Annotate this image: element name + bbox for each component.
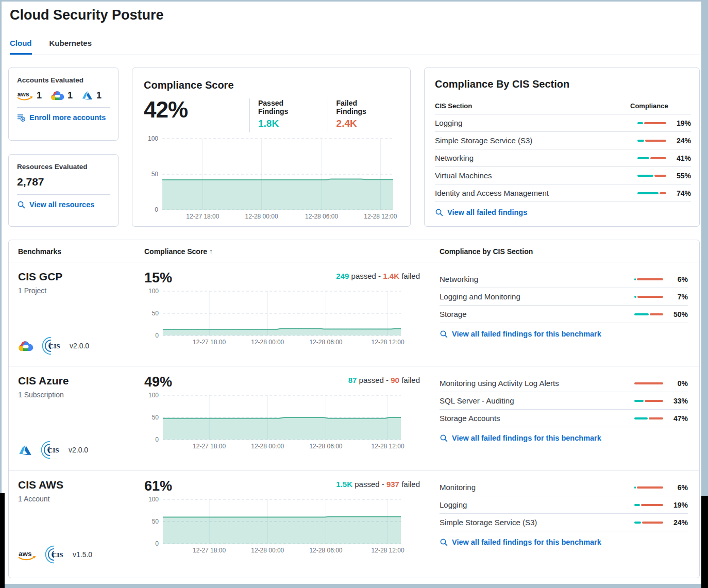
card-divider <box>17 107 110 108</box>
passed-failed-summary: 249 passed - 1.4K failed <box>336 271 420 280</box>
svg-text:50: 50 <box>152 414 159 421</box>
cis-logo <box>45 545 64 564</box>
compliance-trend-chart: 10050012-27 18:0012-28 00:0012-28 06:001… <box>144 135 402 222</box>
compliance-bar <box>634 417 663 419</box>
view-failed-findings-benchmark-link[interactable]: View all failed findings for this benchm… <box>440 434 601 442</box>
tab-cloud[interactable]: Cloud <box>10 39 32 55</box>
svg-text:50: 50 <box>152 310 159 317</box>
benchmarks-table: Benchmarks Compliance Score ↑ Compliance… <box>8 240 700 578</box>
accounts-evaluated-card: Accounts Evaluated 1 <box>8 68 119 141</box>
gcp-icon <box>50 90 64 101</box>
svg-text:12-27 18:00: 12-27 18:00 <box>186 213 219 220</box>
benchmark-version: v2.0.0 <box>69 446 88 454</box>
benchmark-section-row[interactable]: SQL Server - Auditing 33% <box>440 392 688 410</box>
failed-findings-value: 2.4K <box>336 118 380 129</box>
aws-icon <box>18 548 37 561</box>
compliance-bar <box>637 122 666 124</box>
benchmarks-table-header: Benchmarks Compliance Score ↑ Compliance… <box>9 240 699 262</box>
cis-logo <box>41 440 60 460</box>
compliance-bar <box>637 157 666 159</box>
window-border-left <box>0 0 2 493</box>
benchmark-scope: 1 Account <box>18 495 144 503</box>
svg-text:12-28 00:00: 12-28 00:00 <box>245 213 278 220</box>
gcp-account-count: 1 <box>50 90 73 101</box>
compliance-bar <box>634 296 663 298</box>
account-provider-counts: 1 <box>17 90 110 101</box>
svg-text:50: 50 <box>152 518 159 525</box>
svg-text:0: 0 <box>155 436 159 443</box>
benchmark-section-row[interactable]: Storage Accounts 47% <box>440 410 688 427</box>
enroll-more-accounts-link[interactable]: Enroll more accounts <box>17 113 106 122</box>
benchmark-section-row[interactable]: Storage 50% <box>440 306 688 323</box>
svg-text:100: 100 <box>148 496 159 503</box>
aws-icon <box>17 90 33 101</box>
benchmark-section-row[interactable]: Monitoring 6% <box>440 479 688 496</box>
benchmark-score: 61% <box>144 479 172 493</box>
compliance-by-cis-section-card: Compliance By CIS Section CIS Section Co… <box>424 68 700 227</box>
failed-findings-label: Failed Findings <box>336 99 380 115</box>
azure-account-count: 1 <box>81 90 102 101</box>
svg-text:12-27 18:00: 12-27 18:00 <box>193 443 226 450</box>
resources-evaluated-value: 2,787 <box>17 176 110 188</box>
cis-logo <box>42 336 61 356</box>
window-border-top <box>0 0 708 2</box>
view-all-failed-findings-link[interactable]: View all failed findings <box>435 208 527 216</box>
benchmark-section-row[interactable]: Simple Storage Service (S3) 24% <box>440 514 688 531</box>
scrollbar-track[interactable] <box>701 0 708 496</box>
tab-kubernetes[interactable]: Kubernetes <box>49 39 92 55</box>
benchmark-name: CIS GCP <box>18 271 144 283</box>
gcp-icon <box>18 340 33 352</box>
cis-section-column-header: Compliance by CIS Section <box>425 247 690 256</box>
azure-icon <box>81 90 93 100</box>
summary-section: Accounts Evaluated 1 <box>8 68 700 227</box>
benchmark-section-row[interactable]: Monitoring using Activity Log Alerts 0% <box>440 375 688 392</box>
compliance-score-summary: 42% Passed Findings 1.8K Failed Findings… <box>144 98 402 132</box>
resources-evaluated-card: Resources Evaluated 2,787 View all resou… <box>8 154 119 227</box>
svg-text:12-28 06:00: 12-28 06:00 <box>305 213 338 220</box>
benchmark-section-row[interactable]: Networking 6% <box>440 271 688 288</box>
compliance-bar <box>637 175 666 177</box>
cis-section-row[interactable]: Networking 41% <box>435 149 691 167</box>
benchmark-trend-chart: 10050012-27 18:0012-28 00:0012-28 06:001… <box>144 495 425 556</box>
app-window: Cloud Security Posture Cloud Kubernetes … <box>0 0 708 588</box>
cis-section-row[interactable]: Logging 19% <box>435 114 691 132</box>
svg-text:100: 100 <box>148 135 158 142</box>
view-all-resources-link[interactable]: View all resources <box>17 200 94 209</box>
benchmark-row-cis-azure: CIS Azure 1 Subscription v2.0.0 49% 87 p… <box>9 366 699 471</box>
search-icon <box>440 538 448 546</box>
svg-text:0: 0 <box>155 540 159 547</box>
svg-text:12-28 00:00: 12-28 00:00 <box>251 547 284 554</box>
benchmark-trend-chart: 10050012-27 18:0012-28 00:0012-28 06:001… <box>144 287 425 348</box>
svg-text:0: 0 <box>155 332 159 339</box>
view-failed-findings-benchmark-link[interactable]: View all failed findings for this benchm… <box>440 538 601 546</box>
window-border-bottom <box>0 584 708 588</box>
passed-findings-label: Passed Findings <box>258 99 306 115</box>
svg-text:12-28 12:00: 12-28 12:00 <box>364 213 397 220</box>
passed-findings-value: 1.8K <box>258 118 306 129</box>
cis-section-row[interactable]: Identity and Access Management 74% <box>435 184 691 202</box>
compliance-score-column-header[interactable]: Compliance Score ↑ <box>144 247 425 256</box>
compliance-score-card: Compliance Score 42% Passed Findings 1.8… <box>132 68 411 227</box>
azure-count-value: 1 <box>96 90 102 101</box>
compliance-score-title: Compliance Score <box>144 79 402 91</box>
compliance-bar <box>634 400 663 402</box>
svg-text:12-28 06:00: 12-28 06:00 <box>309 547 342 554</box>
benchmark-section-row[interactable]: Logging and Monitoring 7% <box>440 288 688 306</box>
benchmark-scope: 1 Subscription <box>18 391 144 399</box>
compliance-bar <box>634 382 663 384</box>
passed-failed-summary: 1.5K passed - 937 failed <box>336 479 420 489</box>
screen-background-left <box>0 493 5 588</box>
benchmark-section-row[interactable]: Logging 19% <box>440 496 688 514</box>
benchmark-name: CIS Azure <box>18 375 144 387</box>
view-failed-findings-benchmark-link[interactable]: View all failed findings for this benchm… <box>440 330 601 338</box>
cis-section-row[interactable]: Simple Storage Service (S3) 24% <box>435 132 691 149</box>
svg-text:0: 0 <box>155 206 158 213</box>
cis-section-card-title: Compliance By CIS Section <box>435 78 691 90</box>
compliance-bar <box>637 192 666 194</box>
benchmark-scope: 1 Project <box>18 287 144 295</box>
svg-text:12-27 18:00: 12-27 18:00 <box>193 547 226 554</box>
resources-evaluated-label: Resources Evaluated <box>17 163 110 171</box>
cis-section-row[interactable]: Virtual Machines 55% <box>435 167 691 184</box>
benchmark-row-cis-gcp: CIS GCP 1 Project <box>9 262 699 366</box>
compliance-bar <box>637 140 666 142</box>
